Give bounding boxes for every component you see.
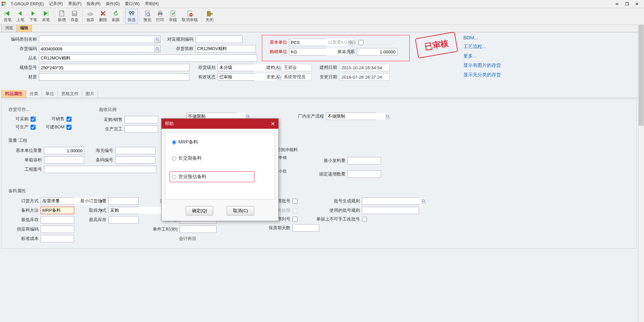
kg-pay-checkbox[interactable] — [358, 40, 363, 45]
can-bom-checkbox[interactable] — [66, 125, 72, 130]
status-input[interactable] — [218, 73, 255, 81]
barcode-input[interactable] — [115, 156, 155, 164]
preview-button[interactable]: 预览 — [141, 9, 154, 24]
first-record-button[interactable]: 首笔 — [1, 9, 14, 24]
restore-icon[interactable]: ❐ — [624, 1, 630, 7]
app-title[interactable]: T-GROUP ERP(E) — [8, 1, 46, 7]
stock-grade-input[interactable] — [218, 64, 255, 71]
unapprove-button[interactable]: 取消审核 — [179, 9, 200, 24]
approve-button[interactable]: 审核 — [167, 9, 179, 24]
max-stock-input[interactable] — [108, 216, 139, 224]
manage-serial-checkbox[interactable] — [292, 217, 297, 222]
next-record-button[interactable]: 下笔 — [27, 9, 40, 24]
min-issue-input[interactable] — [348, 157, 381, 164]
opt-mrp-radio[interactable] — [172, 140, 176, 145]
base-weight-input[interactable] — [44, 147, 84, 154]
material-input[interactable] — [39, 73, 189, 81]
over-buy-input[interactable] — [125, 116, 158, 123]
tab-edit[interactable]: 编辑 — [16, 25, 32, 32]
fixed-step-input[interactable] — [348, 170, 381, 178]
cancel-button[interactable]: 取消(C) — [227, 206, 254, 215]
box-vol-input[interactable] — [44, 156, 84, 164]
lookup-icon[interactable] — [421, 198, 426, 204]
create-date-label: 建档日期 — [314, 65, 337, 71]
eng-draw-input[interactable] — [44, 166, 157, 173]
spec-input[interactable] — [39, 64, 189, 71]
opt-long-radio[interactable] — [172, 156, 176, 161]
sale-unit-input[interactable] — [289, 48, 326, 55]
no-manual-checkbox[interactable] — [362, 217, 367, 222]
menu-help[interactable]: 帮助(H) — [142, 0, 162, 7]
stock-short-input[interactable] — [195, 45, 256, 52]
unit-sec-input[interactable] — [180, 226, 217, 233]
subtab-property[interactable]: 料品属性 — [1, 89, 26, 98]
new-button[interactable]: 新增 — [55, 9, 68, 24]
obtain-input[interactable]: ▾ — [108, 207, 139, 214]
min-stock-input[interactable] — [41, 216, 74, 224]
manage-batch-checkbox[interactable] — [292, 199, 297, 204]
opt-sales-radio[interactable] — [172, 175, 176, 179]
supplier-input[interactable] — [41, 226, 74, 233]
svg-point-28 — [422, 200, 425, 202]
order-mode-input[interactable]: ▾ — [41, 197, 74, 205]
min-order-input[interactable] — [108, 197, 139, 205]
can-sell-checkbox[interactable] — [66, 117, 72, 122]
last-record-button[interactable]: 末笔 — [40, 9, 52, 24]
vertical-scrollbar[interactable] — [638, 25, 644, 322]
over-prod-input[interactable] — [125, 125, 158, 133]
link-bom[interactable]: BOM... — [463, 35, 517, 40]
menu-record[interactable]: 记录(R) — [46, 0, 65, 7]
link-with-image[interactable]: 显示有图片的存货 — [463, 63, 517, 69]
svg-point-19 — [156, 38, 158, 40]
svg-rect-1 — [4, 1, 6, 3]
delete-button[interactable]: 删除 — [97, 9, 109, 24]
close-icon[interactable]: ✕ — [634, 1, 640, 7]
menu-operate[interactable]: 操作(O) — [103, 0, 122, 7]
link-no-class[interactable]: 显示无分类的存货 — [463, 72, 517, 78]
minimize-icon[interactable]: ━ — [614, 1, 620, 7]
filter-button[interactable]: 筛选 — [125, 9, 138, 24]
ratio-input[interactable] — [357, 48, 397, 55]
over-prod-label: 生产完工 — [99, 126, 123, 132]
lookup-icon[interactable] — [154, 36, 160, 43]
customs-input[interactable] — [115, 147, 155, 154]
opt-long-label: 长交期备料 — [178, 155, 202, 161]
ok-button[interactable]: 确定(Q) — [186, 206, 214, 215]
link-more[interactable]: 更多... — [463, 53, 517, 59]
toolbar: 首笔 上笔 下笔 末笔 新增 存盘 放弃 删除 刷新 筛选 预览 打印 审核 取… — [0, 8, 644, 25]
menu-report[interactable]: 报表(R) — [84, 0, 103, 7]
can-prod-label: 可生产 — [8, 124, 29, 130]
discard-button[interactable]: 放弃 — [84, 9, 97, 24]
factory-flow-input[interactable] — [326, 113, 376, 120]
lookup-icon[interactable] — [385, 113, 390, 120]
dialog-close-icon[interactable]: ✕ — [271, 121, 275, 127]
stock-code-input[interactable] — [39, 45, 160, 52]
prev-record-button[interactable]: 上笔 — [14, 9, 27, 24]
subtab-unit[interactable]: 单位 — [42, 90, 58, 98]
used-rule-input[interactable] — [362, 207, 419, 214]
menu-ui[interactable]: 界面(F) — [65, 0, 84, 7]
link-process[interactable]: 工艺流程... — [463, 44, 517, 50]
refresh-button[interactable]: 刷新 — [109, 9, 122, 24]
batch-rule-input[interactable] — [362, 197, 419, 205]
tab-browse[interactable]: 浏览 — [1, 25, 17, 32]
base-unit-input[interactable] — [289, 39, 326, 46]
close-button[interactable]: 关闭 — [203, 9, 216, 24]
subtab-image[interactable]: 图片 — [82, 90, 98, 98]
save-button[interactable]: 存盘 — [68, 9, 81, 24]
shelf-days-input[interactable] — [292, 224, 319, 232]
svg-rect-3 — [4, 4, 6, 5]
can-buy-checkbox[interactable] — [31, 117, 36, 122]
can-prod-checkbox[interactable] — [31, 125, 36, 130]
stock-method-input[interactable]: ▾ — [41, 207, 74, 214]
std-cost-input[interactable] — [41, 235, 74, 242]
print-button[interactable]: 打印 — [154, 9, 167, 24]
subtab-class[interactable]: 分类 — [26, 90, 42, 98]
rule-code-input[interactable] — [195, 36, 242, 43]
menu-window[interactable]: 窗口(W) — [122, 0, 142, 7]
scroll-thumb[interactable] — [639, 25, 644, 126]
name-input[interactable] — [39, 54, 257, 62]
subtab-qual[interactable]: 资格文件 — [58, 90, 82, 98]
code-class-input[interactable] — [39, 36, 160, 43]
lookup-icon[interactable] — [154, 45, 160, 52]
